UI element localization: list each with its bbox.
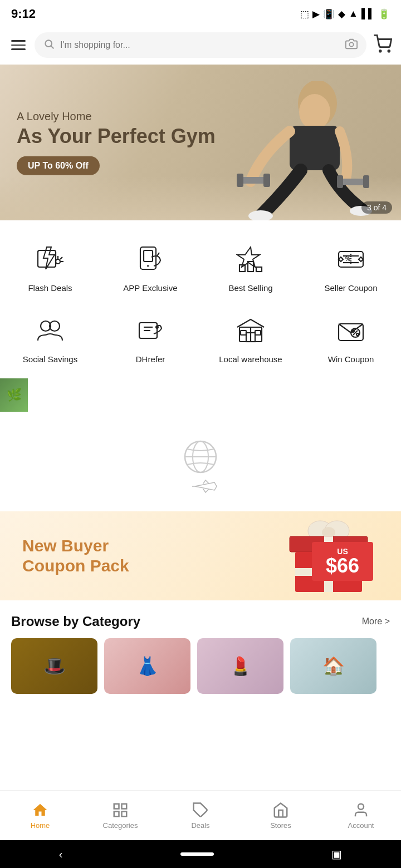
- coupon-value-badge: US $66: [312, 542, 373, 581]
- android-nav-bar: ‹ ▣: [0, 840, 401, 868]
- android-recents-button[interactable]: ▣: [331, 847, 342, 861]
- browse-item-1[interactable]: 🎩: [11, 638, 97, 694]
- svg-rect-12: [263, 174, 270, 187]
- category-item-best-selling[interactable]: Best Selling: [200, 234, 301, 305]
- nav-item-home[interactable]: Home: [0, 797, 80, 834]
- promo-strip-image: 🌿: [0, 378, 28, 412]
- svg-point-50: [356, 333, 359, 336]
- dhrefer-icon: [134, 314, 167, 347]
- svg-rect-10: [239, 177, 267, 184]
- cart-button[interactable]: [373, 34, 392, 56]
- browse-header: Browse by Category More >: [11, 614, 390, 629]
- category-item-win-coupon[interactable]: Win Coupon: [301, 305, 401, 376]
- svg-rect-67: [122, 811, 127, 816]
- browse-items-list: 🎩 👗 💄 🏠: [11, 638, 390, 694]
- banner-cta-button[interactable]: UP To 60% Off: [17, 156, 100, 175]
- nav-item-deals[interactable]: Deals: [160, 797, 241, 834]
- data-icon: ◆: [338, 8, 345, 20]
- best-selling-icon: [234, 243, 267, 276]
- app-exclusive-icon: [134, 243, 167, 276]
- svg-rect-7: [290, 126, 340, 170]
- category-label-app-exclusive: APP Exclusive: [123, 283, 177, 294]
- svg-point-3: [379, 50, 381, 52]
- banner-title: As Your Perfect Gym: [17, 125, 216, 147]
- social-savings-icon: [33, 314, 67, 347]
- browse-item-2[interactable]: 👗: [104, 638, 190, 694]
- svg-rect-11: [237, 174, 243, 187]
- promo-strip[interactable]: 🌿: [0, 376, 401, 415]
- banner-subtitle: A Lovely Home: [17, 110, 216, 123]
- svg-rect-15: [363, 175, 369, 188]
- category-item-social-savings[interactable]: Social Savings: [0, 305, 100, 376]
- nav-label-home: Home: [31, 821, 50, 830]
- category-item-seller-coupon[interactable]: % Seller Coupon: [301, 234, 401, 305]
- coupon-amount: $66: [326, 556, 359, 576]
- status-bar: 9:12 ⬚ ▶ 📳 ◆ ▲ ▌▌ 🔋: [0, 0, 401, 28]
- main-content: A Lovely Home As Your Perfect Gym UP To …: [0, 65, 401, 792]
- nav-item-stores[interactable]: Stores: [241, 797, 321, 834]
- android-home-button[interactable]: [180, 852, 214, 856]
- category-label-best-selling: Best Selling: [228, 283, 272, 294]
- browse-more-button[interactable]: More >: [362, 617, 390, 627]
- category-item-app-exclusive[interactable]: APP Exclusive: [100, 234, 200, 305]
- svg-line-1: [51, 46, 54, 49]
- nav-label-stores: Stores: [270, 821, 291, 830]
- svg-rect-43: [241, 331, 246, 335]
- browse-by-category-section: Browse by Category More > 🎩 👗 💄 🏠: [0, 600, 401, 703]
- signal-icon: ▌▌: [361, 8, 375, 19]
- search-bar[interactable]: [35, 32, 366, 58]
- category-label-social-savings: Social Savings: [23, 354, 77, 365]
- loading-area: [0, 415, 401, 511]
- hero-banner[interactable]: A Lovely Home As Your Perfect Gym UP To …: [0, 65, 401, 220]
- local-warehouse-icon: [234, 314, 267, 347]
- banner-counter: 3 of 4: [361, 201, 392, 214]
- browse-title: Browse by Category: [11, 614, 140, 629]
- svg-point-6: [299, 94, 330, 130]
- camera-icon[interactable]: [345, 38, 358, 52]
- coupon-gift-graphic: US $66: [267, 517, 390, 595]
- svg-rect-13: [340, 179, 366, 185]
- category-label-local-warehouse: Local warehouse: [219, 354, 282, 365]
- svg-point-18: [56, 259, 60, 264]
- menu-button[interactable]: [9, 38, 28, 52]
- coupon-banner[interactable]: New Buyer Coupon Pack: [0, 511, 401, 600]
- search-icon: [43, 38, 55, 52]
- browse-item-4[interactable]: 🏠: [290, 638, 376, 694]
- svg-point-0: [45, 40, 52, 47]
- category-item-local-warehouse[interactable]: Local warehouse: [200, 305, 301, 376]
- nav-label-deals: Deals: [191, 821, 209, 830]
- svg-point-69: [358, 803, 364, 809]
- category-item-dhrefer[interactable]: DHrefer: [100, 305, 200, 376]
- category-grid: Flash Deals APP Exclusive: [0, 234, 401, 376]
- svg-rect-14: [337, 175, 343, 188]
- svg-rect-29: [256, 267, 262, 272]
- svg-point-4: [388, 50, 390, 52]
- seller-coupon-icon: %: [334, 243, 368, 276]
- category-label-seller-coupon: Seller Coupon: [324, 283, 377, 294]
- category-item-flash-deals[interactable]: Flash Deals: [0, 234, 100, 305]
- battery-icon: 🔋: [378, 8, 390, 20]
- header: [0, 28, 401, 65]
- search-input[interactable]: [60, 40, 340, 50]
- category-section: Flash Deals APP Exclusive: [0, 220, 401, 376]
- bluetooth-icon: ▶: [312, 8, 320, 20]
- svg-text:%: %: [345, 256, 350, 262]
- globe-plane-graphic: [178, 437, 223, 495]
- svg-rect-44: [255, 331, 261, 335]
- svg-rect-64: [114, 803, 119, 808]
- svg-point-40: [155, 326, 159, 329]
- flash-deals-icon: [33, 243, 67, 276]
- vibrate-icon: 📳: [323, 8, 335, 20]
- nav-item-account[interactable]: Account: [321, 797, 401, 834]
- svg-rect-23: [144, 250, 153, 262]
- nav-label-account: Account: [348, 821, 374, 830]
- wifi-icon: ▲: [349, 8, 358, 19]
- svg-line-21: [60, 257, 62, 259]
- android-back-button[interactable]: ‹: [59, 848, 63, 861]
- win-coupon-icon: [334, 314, 368, 347]
- svg-rect-66: [114, 811, 119, 816]
- nav-item-categories[interactable]: Categories: [80, 797, 160, 834]
- status-time: 9:12: [11, 7, 36, 21]
- browse-item-3[interactable]: 💄: [197, 638, 283, 694]
- category-label-flash-deals: Flash Deals: [28, 283, 72, 294]
